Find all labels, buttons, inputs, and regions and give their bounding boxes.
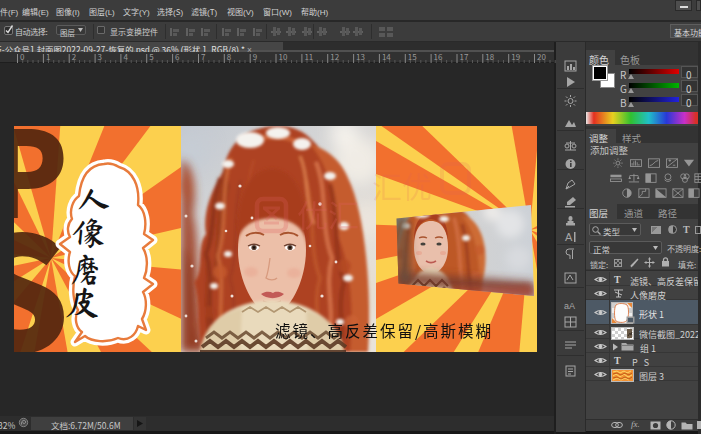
svg-text:A: A	[565, 231, 573, 243]
svg-text:磨: 磨	[67, 251, 102, 286]
svg-text:人: 人	[75, 180, 111, 216]
svg-text:像: 像	[71, 214, 106, 249]
svg-text:优汇: 优汇	[297, 191, 359, 236]
svg-text:滤镜、高反差保留/高斯模糊: 滤镜、高反差保留/高斯模糊	[275, 319, 493, 341]
svg-text:aA: aA	[564, 301, 575, 311]
svg-text:汇优: 汇优	[372, 163, 432, 207]
svg-text:皮: 皮	[65, 284, 101, 320]
svg-text:S: S	[14, 169, 70, 352]
